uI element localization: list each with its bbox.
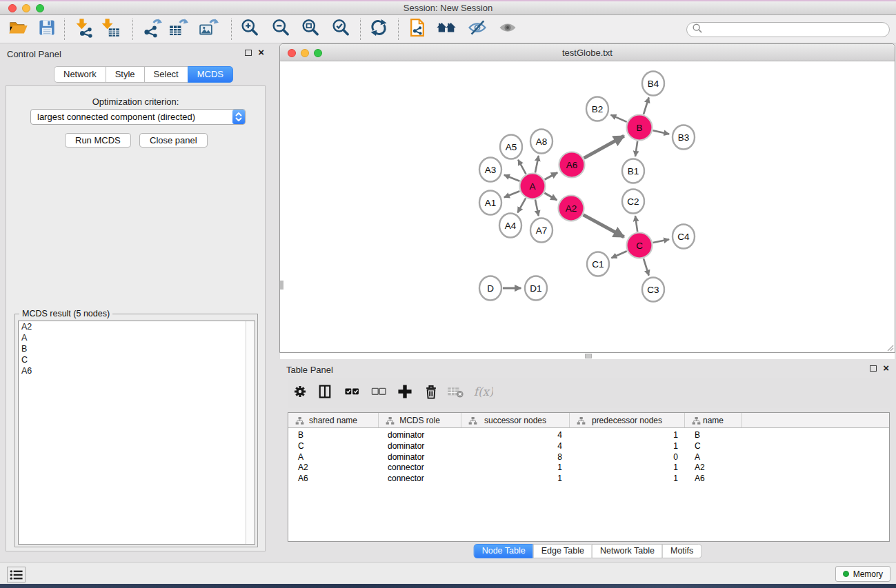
graph-node-C[interactable]: C bbox=[627, 233, 653, 258]
export-image-button[interactable] bbox=[197, 17, 220, 41]
minimize-network-window-button[interactable] bbox=[301, 49, 309, 57]
column-header-predecessor-nodes[interactable]: predecessor nodes bbox=[570, 413, 685, 427]
close-window-button[interactable] bbox=[8, 4, 17, 12]
column-header-name[interactable]: name bbox=[685, 413, 742, 427]
delete-row-button[interactable] bbox=[421, 383, 441, 403]
save-session-button[interactable] bbox=[35, 17, 59, 41]
maximize-window-button[interactable] bbox=[36, 4, 44, 12]
graph-node-A6[interactable]: A6 bbox=[559, 152, 585, 178]
table-row-A6[interactable]: A6connector11A6 bbox=[288, 473, 889, 484]
mcds-result-item[interactable]: A6 bbox=[19, 365, 255, 376]
graph-node-A5[interactable]: A5 bbox=[500, 135, 522, 159]
column-header-shared-name[interactable]: shared name bbox=[288, 413, 379, 427]
table-cell[interactable]: 1 bbox=[463, 462, 572, 473]
export-network-button[interactable] bbox=[140, 17, 163, 41]
graph-edge-C-C1[interactable] bbox=[611, 251, 626, 258]
table-cell[interactable]: B bbox=[288, 429, 379, 440]
graph-edge-B-B2[interactable] bbox=[611, 115, 627, 122]
mcds-result-item[interactable]: B bbox=[19, 343, 255, 354]
graph-edge-A-A2[interactable] bbox=[544, 193, 557, 200]
graph-edge-C-C3[interactable] bbox=[644, 258, 649, 276]
table-row-A[interactable]: Adominator80A bbox=[288, 452, 889, 463]
zoom-selected-button[interactable] bbox=[329, 17, 352, 41]
horizontal-scrollbar[interactable] bbox=[280, 353, 895, 359]
close-panel-button[interactable]: Close panel bbox=[139, 133, 208, 148]
tab-network-table[interactable]: Network Table bbox=[592, 544, 663, 558]
panel-menu-button[interactable] bbox=[7, 567, 26, 582]
graph-edge-A6-B[interactable] bbox=[584, 136, 624, 158]
table-cell[interactable]: A6 bbox=[688, 473, 746, 484]
table-options-button[interactable] bbox=[290, 383, 310, 403]
mcds-result-item[interactable]: C bbox=[19, 354, 255, 365]
zoom-out-button[interactable] bbox=[269, 17, 292, 41]
graph-node-B4[interactable]: B4 bbox=[642, 72, 664, 96]
import-table-button[interactable] bbox=[99, 17, 122, 41]
table-cell[interactable]: dominator bbox=[379, 452, 463, 463]
float-table-panel-icon[interactable] bbox=[870, 365, 877, 372]
close-table-panel-icon[interactable]: × bbox=[883, 365, 889, 372]
graph-node-A2[interactable]: A2 bbox=[559, 196, 584, 221]
add-row-button[interactable] bbox=[395, 383, 415, 403]
tab-node-table[interactable]: Node Table bbox=[474, 544, 534, 558]
table-cell[interactable]: 4 bbox=[463, 429, 572, 440]
table-cell[interactable]: B bbox=[688, 429, 746, 440]
table-cell[interactable]: 1 bbox=[463, 473, 572, 484]
graph-edge-A2-C[interactable] bbox=[584, 215, 624, 237]
graph-edge-A-A7[interactable] bbox=[535, 200, 539, 216]
graph-edge-A-A1[interactable] bbox=[504, 191, 520, 197]
table-cell[interactable]: connector bbox=[379, 473, 463, 484]
mcds-result-item[interactable]: A bbox=[19, 332, 255, 343]
graph-node-C1[interactable]: C1 bbox=[587, 252, 609, 276]
optimization-criterion-select[interactable]: largest connected component (directed) bbox=[30, 109, 246, 125]
graph-node-A3[interactable]: A3 bbox=[479, 158, 501, 182]
table-cell[interactable]: C bbox=[288, 440, 379, 452]
table-cell[interactable]: 8 bbox=[463, 452, 572, 463]
select-all-button[interactable] bbox=[341, 383, 362, 403]
table-cell[interactable]: dominator bbox=[379, 440, 463, 452]
minimize-window-button[interactable] bbox=[22, 4, 30, 12]
table-cell[interactable]: A bbox=[688, 452, 746, 463]
graph-node-C2[interactable]: C2 bbox=[622, 190, 644, 214]
column-header-successor-nodes[interactable]: successor nodes bbox=[461, 413, 570, 427]
table-cell[interactable]: C bbox=[688, 440, 746, 452]
tab-motifs[interactable]: Motifs bbox=[662, 544, 701, 558]
close-panel-icon[interactable]: × bbox=[258, 49, 264, 56]
graph-edge-A-A6[interactable] bbox=[545, 172, 558, 179]
table-cell[interactable]: 1 bbox=[572, 473, 688, 484]
export-table-button[interactable] bbox=[166, 17, 190, 41]
graph-node-C3[interactable]: C3 bbox=[642, 278, 664, 302]
graph-node-B1[interactable]: B1 bbox=[622, 159, 644, 183]
mcds-result-list[interactable]: A2ABCA6 bbox=[18, 321, 255, 545]
show-columns-button[interactable] bbox=[315, 383, 335, 403]
table-row-B[interactable]: Bdominator41B bbox=[288, 429, 889, 440]
zoom-in-button[interactable] bbox=[238, 17, 261, 41]
table-cell[interactable]: A bbox=[288, 452, 379, 463]
graph-node-B2[interactable]: B2 bbox=[586, 97, 608, 121]
graph-node-D[interactable]: D bbox=[479, 276, 501, 301]
float-panel-icon[interactable] bbox=[245, 50, 252, 56]
memory-button[interactable]: Memory bbox=[835, 566, 890, 582]
zoom-fit-button[interactable] bbox=[299, 17, 322, 41]
first-neighbors-button[interactable] bbox=[435, 17, 458, 41]
graph-node-A1[interactable]: A1 bbox=[479, 191, 501, 215]
resize-grip-icon[interactable] bbox=[886, 344, 894, 352]
table-row-C[interactable]: Cdominator41C bbox=[288, 440, 889, 452]
new-network-from-selection-button[interactable] bbox=[406, 17, 429, 41]
show-all-button[interactable] bbox=[496, 17, 519, 41]
graph-edge-B-B3[interactable] bbox=[653, 130, 670, 134]
graph-node-B3[interactable]: B3 bbox=[673, 125, 695, 150]
unselect-all-button[interactable] bbox=[368, 383, 389, 403]
graph-node-C4[interactable]: C4 bbox=[673, 225, 695, 249]
horizontal-scrollbar-thumb[interactable] bbox=[585, 354, 592, 358]
tab-mcds[interactable]: MCDS bbox=[188, 66, 233, 83]
graph-edge-B-B1[interactable] bbox=[635, 141, 637, 156]
table-cell[interactable]: 1 bbox=[572, 462, 688, 473]
graph-edge-B-B4[interactable] bbox=[644, 97, 649, 114]
table-cell[interactable]: 1 bbox=[572, 440, 688, 452]
refresh-layout-button[interactable] bbox=[367, 17, 390, 41]
search-field[interactable] bbox=[686, 22, 890, 37]
open-file-button[interactable] bbox=[6, 17, 30, 41]
graph-node-A8[interactable]: A8 bbox=[530, 130, 552, 154]
table-cell[interactable]: dominator bbox=[379, 429, 463, 440]
vertical-scrollbar-thumb[interactable] bbox=[280, 281, 283, 290]
